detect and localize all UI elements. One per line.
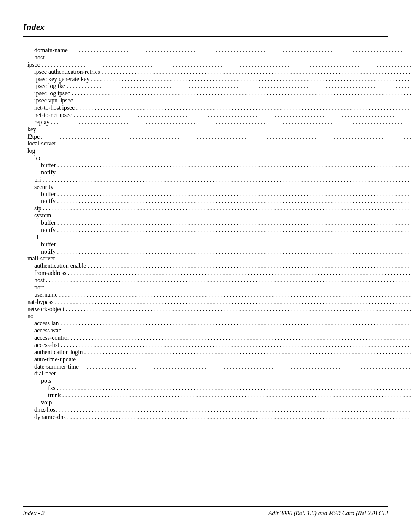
index-entry-label: ipsec authentication-retries xyxy=(34,69,102,76)
leader-dots xyxy=(66,306,411,313)
leader-dots xyxy=(57,219,411,227)
index-entry-label: access wan xyxy=(34,327,63,334)
leader-dots xyxy=(69,47,411,54)
leader-dots xyxy=(57,241,411,248)
index-heading-label: no xyxy=(27,313,33,319)
index-entry-label: fxs xyxy=(48,385,57,392)
leader-dots xyxy=(59,406,411,414)
index-heading-label: mail-server xyxy=(27,255,55,262)
index-heading: t1 xyxy=(23,234,411,241)
index-entry-label: sip xyxy=(34,205,43,212)
leader-dots xyxy=(68,270,411,277)
index-entry: notify 4-30 xyxy=(23,198,411,205)
leader-dots xyxy=(51,119,411,126)
index-entry-label: authentication login xyxy=(34,349,84,356)
leader-dots xyxy=(62,392,411,399)
index-entry: host 4-33 xyxy=(23,277,411,284)
leader-dots xyxy=(80,363,411,371)
leader-dots xyxy=(63,327,411,334)
index-entry: username 4-34 xyxy=(23,291,411,299)
leader-dots xyxy=(58,140,411,147)
leader-dots xyxy=(60,320,411,327)
index-column-left: domain-name 4-25host 4-25ipsec 4-21ipsec… xyxy=(23,47,411,421)
leader-dots xyxy=(57,248,411,256)
leader-dots xyxy=(41,133,411,141)
index-entry-label: port xyxy=(34,284,46,291)
index-entry-label: ipsec vpn_ipsec xyxy=(34,97,75,104)
index-entry: buffer 4-29 xyxy=(23,191,411,198)
leader-dots xyxy=(46,277,411,284)
leader-dots xyxy=(67,414,411,421)
index-entry-label: from-address xyxy=(34,270,68,277)
index-heading: mail-server xyxy=(23,255,411,262)
index-entry-label: nat-bypass xyxy=(27,299,55,306)
index-entry: notify 4-28 xyxy=(23,169,411,176)
index-entry-label: dynamic-dns xyxy=(34,414,67,421)
index-heading-label: log xyxy=(27,147,35,154)
leader-dots xyxy=(61,342,411,349)
index-heading-label: pots xyxy=(41,377,51,384)
leader-dots xyxy=(71,334,411,342)
index-entry-label: network-object xyxy=(27,306,66,313)
index-entry-label: ipsec xyxy=(27,61,41,69)
index-entry: buffer 4-32 xyxy=(23,241,411,248)
index-entry: buffer 4-28 xyxy=(23,162,411,169)
leader-dots xyxy=(67,83,411,90)
index-entry-label: dmz-host xyxy=(34,406,59,414)
index-heading: lcc xyxy=(23,155,411,162)
index-entry: sip 4-30 xyxy=(23,205,411,212)
index-entry: fxs 4-38 xyxy=(23,385,411,392)
index-entry-label: replay xyxy=(34,119,51,126)
index-heading: security xyxy=(23,184,411,191)
leader-dots xyxy=(75,97,411,104)
leader-dots xyxy=(73,112,411,119)
leader-dots xyxy=(102,69,411,76)
index-entry: nat-bypass 4-35 xyxy=(23,299,411,306)
leader-dots xyxy=(59,291,411,299)
page-title: Index xyxy=(23,22,388,32)
index-entry-label: net-to-host ipsec xyxy=(34,104,76,112)
leader-dots xyxy=(43,176,411,184)
index-entry-label: buffer xyxy=(41,191,57,198)
index-heading: system xyxy=(23,212,411,219)
index-entry: ipsec vpn_ipsec 4-24 xyxy=(23,97,411,104)
index-entry: net-to-net ipsec 4-24 xyxy=(23,112,411,119)
index-entry-label: buffer xyxy=(41,241,57,248)
leader-dots xyxy=(84,349,411,356)
index-heading: no xyxy=(23,313,411,320)
index-entry: access-list 4-37 xyxy=(23,342,411,349)
index-entry: port 4-34 xyxy=(23,284,411,291)
footer-right: Adit 3000 (Rel. 1.6) and MSR Card (Rel 2… xyxy=(268,510,388,517)
index-heading-label: dial-peer xyxy=(34,370,56,377)
leader-dots xyxy=(57,198,411,205)
index-entry-label: l2tpc xyxy=(27,133,41,141)
index-entry-label: trunk xyxy=(48,392,62,399)
index-entry-label: access lan xyxy=(34,320,60,327)
index-heading: pots xyxy=(23,377,411,385)
index-entry-label: host xyxy=(34,54,46,61)
index-entry: dmz-host 4-39 xyxy=(23,406,411,414)
index-entry-label: pri xyxy=(34,176,43,184)
index-entry-label: key xyxy=(27,126,38,133)
index-entry-label: ipsec log ike xyxy=(34,83,67,90)
index-entry: ipsec authentication-retries 4-21 xyxy=(23,69,411,76)
index-entry: dynamic-dns 4-39 xyxy=(23,414,411,421)
index-entry-label: host xyxy=(34,277,46,284)
index-entry-label: notify xyxy=(41,248,57,256)
index-entry-label: net-to-net ipsec xyxy=(34,112,73,119)
index-entry: access wan 4-36 xyxy=(23,327,411,334)
index-entry: authentication login 4-37 xyxy=(23,349,411,356)
index-entry: key 4-26 xyxy=(23,126,411,133)
leader-dots xyxy=(55,299,411,306)
index-entry: notify 4-32 xyxy=(23,248,411,256)
page: Index domain-name 4-25host 4-25ipsec 4-2… xyxy=(0,0,411,532)
index-heading-label: t1 xyxy=(34,234,39,240)
index-entry: notify 4-31 xyxy=(23,227,411,234)
index-entry-label: ipsec log ipsec xyxy=(34,90,72,97)
leader-dots xyxy=(57,227,411,234)
index-entry: buffer 4-31 xyxy=(23,219,411,227)
index-entry-label: access-control xyxy=(34,334,71,342)
footer-rule xyxy=(23,506,388,507)
leader-dots xyxy=(53,399,411,406)
index-entry-label: local-server xyxy=(27,140,58,147)
